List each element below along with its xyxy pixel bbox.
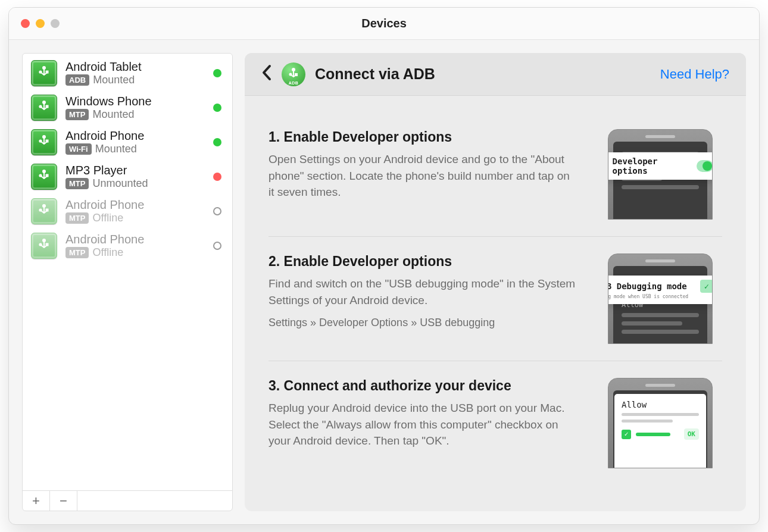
device-row[interactable]: MP3 Player MTP Unmounted — [23, 159, 232, 194]
svg-point-10 — [39, 175, 41, 177]
protocol-badge: MTP — [65, 109, 89, 120]
svg-rect-20 — [295, 74, 297, 76]
device-text: Android Tablet ADB Mounted — [65, 60, 205, 86]
dev-options-card: {} Developer options — [608, 152, 713, 180]
checkbox-icon: ✓ — [622, 430, 631, 439]
svg-rect-5 — [46, 106, 48, 108]
toggle-icon — [697, 160, 713, 172]
step: 2. Enable Developer options Find and swi… — [269, 236, 722, 361]
step-title: 1. Enable Developer options — [269, 129, 577, 145]
svg-rect-11 — [46, 175, 48, 177]
device-name: Android Tablet — [65, 60, 205, 73]
device-list: Android Tablet ADB Mounted Windows Phone… — [23, 54, 232, 490]
device-status: Unmounted — [92, 177, 148, 190]
svg-point-13 — [39, 209, 41, 211]
main-panel: ADB Connect via ADB Need Help? 1. Enable… — [245, 53, 746, 511]
device-status: Offline — [92, 246, 123, 259]
device-status: Mounted — [95, 143, 137, 155]
back-button[interactable] — [261, 64, 272, 84]
device-row[interactable]: Android Phone MTP Offline — [23, 194, 232, 229]
status-dot — [213, 138, 221, 146]
svg-point-19 — [290, 73, 292, 75]
main-header: ADB Connect via ADB Need Help? — [245, 53, 746, 96]
dev-options-label: Developer options — [613, 157, 692, 176]
svg-point-7 — [39, 140, 41, 142]
device-text: Windows Phone MTP Mounted — [65, 95, 205, 121]
dialog-title: Allow — [622, 400, 699, 409]
svg-point-9 — [43, 170, 45, 173]
add-device-button[interactable]: + — [23, 491, 50, 511]
status-dot — [213, 69, 221, 77]
protocol-badge: MTP — [65, 178, 89, 189]
svg-point-1 — [39, 71, 41, 73]
main-title: Connect via ADB — [315, 65, 435, 83]
step: 1. Enable Developer options Open Setting… — [269, 112, 722, 236]
svg-point-16 — [39, 244, 41, 246]
close-window-button[interactable] — [21, 19, 30, 28]
usb-debug-card: USB Debugging mode ✓ Debug mode when USB… — [608, 276, 713, 304]
svg-rect-8 — [46, 140, 48, 142]
svg-point-18 — [292, 68, 295, 71]
steps-container: 1. Enable Developer options Open Setting… — [245, 96, 746, 511]
status-dot — [213, 173, 221, 181]
window-title: Devices — [9, 17, 759, 30]
device-icon — [31, 95, 57, 121]
app-window: Devices Android Tablet ADB Mounted Windo… — [8, 7, 760, 525]
device-name: Android Phone — [65, 233, 205, 246]
ok-button-illustration: OK — [684, 428, 699, 440]
step-title: 3. Connect and authorize your device — [269, 378, 577, 394]
sidebar-footer: + − — [23, 490, 232, 511]
protocol-badge: ADB — [65, 74, 89, 86]
step-body: Find and switch on the "USB debugging mo… — [269, 276, 577, 308]
adb-icon-label: ADB — [289, 81, 299, 85]
device-status: Mounted — [92, 108, 134, 121]
step: 3. Connect and authorize your device Rep… — [269, 361, 722, 485]
device-row[interactable]: Windows Phone MTP Mounted — [23, 90, 232, 125]
svg-point-6 — [43, 136, 45, 138]
svg-point-3 — [43, 101, 45, 104]
authorize-dialog: Allow ✓ OK — [614, 394, 706, 468]
phone-illustration: Allow ✓ OK — [608, 378, 713, 468]
step-body: Open Settings on your Android device and… — [269, 151, 577, 201]
usb-debug-sub: Debug mode when USB is connected — [608, 294, 713, 299]
device-name: Android Phone — [65, 129, 205, 142]
phone-illustration: {} Developer options — [608, 129, 713, 220]
minimize-window-button[interactable] — [36, 19, 45, 28]
status-dot — [213, 242, 221, 250]
protocol-badge: MTP — [65, 212, 89, 224]
step-title: 2. Enable Developer options — [269, 254, 577, 270]
protocol-badge: Wi-Fi — [65, 143, 92, 155]
svg-rect-2 — [46, 71, 48, 73]
device-sidebar: Android Tablet ADB Mounted Windows Phone… — [22, 53, 233, 511]
device-row[interactable]: Android Tablet ADB Mounted — [23, 56, 232, 90]
adb-icon: ADB — [282, 62, 305, 86]
phone-illustration: Allow USB Debugging mode ✓ Debug mode wh… — [608, 254, 713, 344]
device-name: MP3 Player — [65, 164, 205, 177]
device-icon — [31, 233, 57, 259]
svg-point-12 — [43, 205, 45, 207]
device-text: Android Phone Wi-Fi Mounted — [65, 129, 205, 155]
device-text: MP3 Player MTP Unmounted — [65, 164, 205, 190]
device-text: Android Phone MTP Offline — [65, 198, 205, 224]
device-icon — [31, 129, 57, 155]
remove-device-button[interactable]: − — [50, 491, 77, 511]
checkbox-icon: ✓ — [700, 280, 713, 293]
device-status: Mounted — [93, 74, 135, 86]
device-name: Android Phone — [65, 198, 205, 211]
device-row[interactable]: Android Phone Wi-Fi Mounted — [23, 125, 232, 159]
device-text: Android Phone MTP Offline — [65, 233, 205, 259]
device-row[interactable]: Android Phone MTP Offline — [23, 229, 232, 263]
step-body: Replug your Android device into the USB … — [269, 400, 577, 449]
svg-rect-14 — [46, 209, 48, 211]
svg-rect-17 — [46, 244, 48, 246]
svg-point-4 — [39, 106, 41, 108]
device-icon — [31, 198, 57, 224]
usb-debug-label: USB Debugging mode — [608, 281, 687, 291]
status-dot — [213, 104, 221, 112]
svg-point-0 — [43, 67, 45, 69]
svg-point-15 — [43, 239, 45, 242]
maximize-window-button[interactable] — [51, 19, 60, 28]
help-link[interactable]: Need Help? — [660, 67, 729, 82]
titlebar: Devices — [9, 8, 759, 40]
step-path: Settings » Developer Options » USB debug… — [269, 317, 577, 329]
